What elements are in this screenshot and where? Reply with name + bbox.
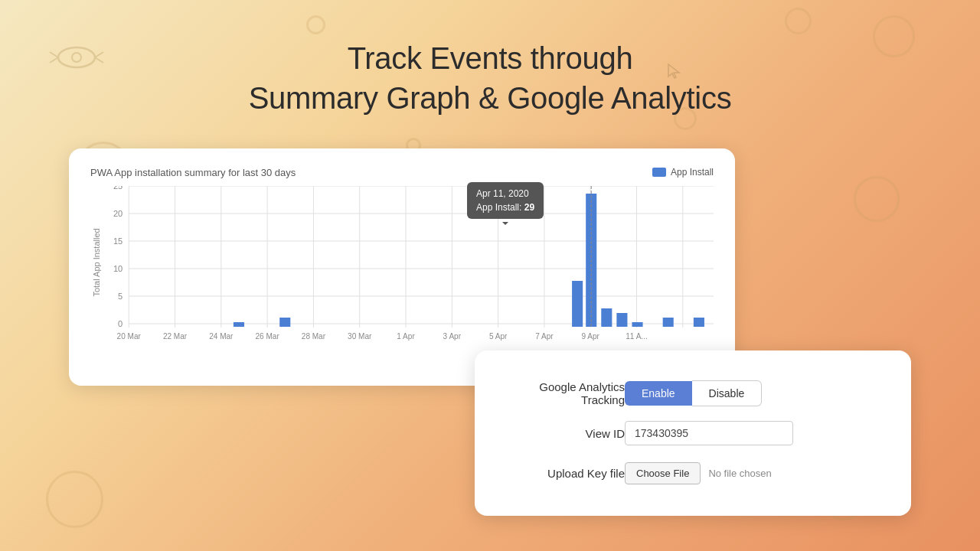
view-id-label: View ID	[502, 413, 625, 453]
tracking-label: Google Analytics Tracking	[502, 373, 625, 413]
svg-text:5: 5	[118, 292, 122, 301]
svg-text:3 Apr: 3 Apr	[443, 332, 462, 341]
analytics-table: Google Analytics Tracking Enable Disable…	[502, 373, 884, 493]
chart-legend: App Install	[652, 167, 714, 178]
chart-title: PWA App installation summary for last 30…	[90, 167, 714, 178]
svg-text:28 Mar: 28 Mar	[302, 332, 326, 341]
analytics-card: Google Analytics Tracking Enable Disable…	[475, 350, 911, 516]
chart-svg-wrap: 0 5 10 15 20 25 Total App Installed	[90, 186, 714, 354]
svg-text:11 A...: 11 A...	[626, 332, 647, 341]
enable-disable-controls: Enable Disable	[625, 380, 884, 406]
view-id-row: View ID	[502, 413, 884, 453]
svg-text:0: 0	[118, 319, 122, 328]
upload-label: Upload Key file	[502, 453, 625, 493]
svg-text:26 Mar: 26 Mar	[256, 332, 280, 341]
svg-text:30 Mar: 30 Mar	[348, 332, 372, 341]
disable-button[interactable]: Disable	[692, 380, 763, 406]
legend-color-box	[652, 168, 666, 177]
tooltip-date: Apr 11, 2020	[476, 187, 534, 201]
cards-area: PWA App installation summary for last 30…	[69, 148, 911, 516]
file-input-label[interactable]: Choose File No file chosen	[625, 462, 772, 484]
svg-rect-37	[234, 322, 244, 327]
page-title: Track Events through Summary Graph & Goo…	[249, 38, 732, 118]
svg-text:1 Apr: 1 Apr	[397, 332, 415, 341]
svg-rect-45	[663, 318, 674, 327]
main-content: Track Events through Summary Graph & Goo…	[0, 0, 980, 516]
view-id-input[interactable]	[625, 421, 793, 445]
svg-rect-42	[601, 308, 612, 327]
svg-text:20: 20	[113, 209, 122, 218]
svg-text:15: 15	[113, 236, 122, 246]
svg-text:9 Apr: 9 Apr	[581, 332, 599, 341]
no-file-text: No file chosen	[708, 468, 771, 479]
svg-text:20 Mar: 20 Mar	[117, 332, 142, 341]
svg-text:5 Apr: 5 Apr	[489, 332, 508, 341]
svg-text:Total App Installed: Total App Installed	[92, 228, 101, 296]
svg-text:7 Apr: 7 Apr	[535, 332, 554, 341]
tracking-row: Google Analytics Tracking Enable Disable	[502, 373, 884, 413]
svg-text:25: 25	[113, 186, 122, 191]
svg-text:22 Mar: 22 Mar	[163, 332, 188, 341]
upload-row: Upload Key file Choose File No file chos…	[502, 453, 884, 493]
chart-tooltip: Apr 11, 2020 App Install: 29	[467, 182, 544, 219]
svg-rect-43	[616, 313, 627, 327]
tooltip-value: App Install: 29	[476, 201, 534, 214]
svg-text:24 Mar: 24 Mar	[209, 332, 234, 341]
svg-text:10: 10	[113, 264, 122, 273]
svg-rect-39	[572, 281, 583, 327]
legend-label: App Install	[671, 167, 714, 178]
svg-rect-38	[279, 318, 290, 327]
svg-rect-46	[694, 318, 704, 327]
svg-rect-44	[632, 322, 642, 327]
choose-file-button[interactable]: Choose File	[625, 462, 701, 484]
enable-button[interactable]: Enable	[625, 381, 692, 406]
